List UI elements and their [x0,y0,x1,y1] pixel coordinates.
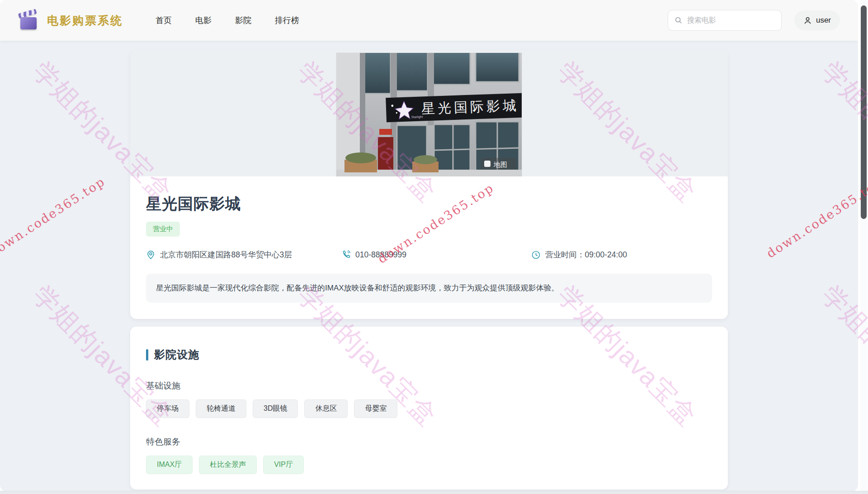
cinema-info: 星光国际影城 营业中 北京市朝阳区建国路88号华贸中心3层 [130,176,728,319]
nav-link[interactable]: 影院 [235,15,251,26]
facility-groups: 基础设施停车场轮椅通道3D眼镜休息区母婴室特色服务IMAX厅杜比全景声VIP厅 [146,380,712,474]
status-badge: 营业中 [146,222,180,237]
address-item: 北京市朝阳区建国路88号华贸中心3层 [146,249,341,260]
main-nav: 首页电影影院排行榜 [156,15,299,26]
facility-group-title: 基础设施 [146,380,712,392]
facilities-card: 影院设施 基础设施停车场轮椅通道3D眼镜休息区母婴室特色服务IMAX厅杜比全景声… [130,327,728,489]
facility-tag-row: 停车场轮椅通道3D眼镜休息区母婴室 [146,399,712,418]
facilities-title: 影院设施 [154,347,199,362]
phone-item: 010-88889999 [341,250,531,260]
clock-icon [531,250,541,260]
info-row: 北京市朝阳区建国路88号华贸中心3层 010-88889999 [146,249,712,260]
facilities-section-title: 影院设施 [146,347,712,362]
window-bottom-edge [0,491,868,494]
map-watermark: 地图 [481,158,516,170]
hours-item: 营业时间：09:00-24:00 [531,249,627,260]
facility-tag: IMAX厅 [146,456,193,474]
facility-tag: 母婴室 [354,399,397,418]
user-button[interactable]: user [794,10,840,30]
top-nav-bar: 电影购票系统 首页电影影院排行榜 user [0,0,858,41]
facility-tag: 停车场 [146,399,189,418]
app-window: 电影购票系统 首页电影影院排行榜 user [0,0,858,491]
scrollbar-track[interactable] [860,0,868,491]
hours-text: 营业时间：09:00-24:00 [545,249,627,260]
nav-link[interactable]: 电影 [195,15,212,26]
phone-icon [341,250,351,260]
search-input[interactable] [687,16,775,24]
facility-tag: 轮椅通道 [196,399,246,418]
nav-link[interactable]: 排行榜 [275,15,299,26]
main-content: Starlight 星光国际影城 [130,50,728,491]
cinema-name: 星光国际影城 [146,194,712,214]
facility-tag: 3D眼镜 [253,399,298,418]
nav-link[interactable]: 首页 [156,15,172,26]
cinema-detail-card: Starlight 星光国际影城 [130,50,728,319]
search-icon [675,16,683,24]
photo-map-badge: 地图 [493,161,507,168]
search-box[interactable] [668,10,782,31]
cinema-photo: Starlight 星光国际影城 [336,53,522,176]
scrollbar-thumb[interactable] [861,5,867,219]
user-icon [803,16,812,25]
cinema-description: 星光国际影城是一家现代化综合影院，配备先进的IMAX放映设备和舒适的观影环境，致… [146,274,712,303]
brand-home-link[interactable]: 电影购票系统 [18,10,123,31]
section-accent-bar [146,349,148,361]
facility-group-title: 特色服务 [146,436,712,448]
user-label: user [816,16,831,25]
facility-tag-row: IMAX厅杜比全景声VIP厅 [146,456,712,474]
location-pin-icon [146,250,156,260]
header-right: user [668,10,840,31]
facility-tag: VIP厅 [263,456,304,474]
clapperboard-logo-icon [18,10,40,31]
facility-tag: 休息区 [304,399,348,418]
phone-text: 010-88889999 [355,250,406,260]
cinema-photo-banner: Starlight 星光国际影城 [130,50,728,176]
address-text: 北京市朝阳区建国路88号华贸中心3层 [160,249,292,260]
brand-title: 电影购票系统 [47,13,123,28]
facility-tag: 杜比全景声 [199,456,257,474]
